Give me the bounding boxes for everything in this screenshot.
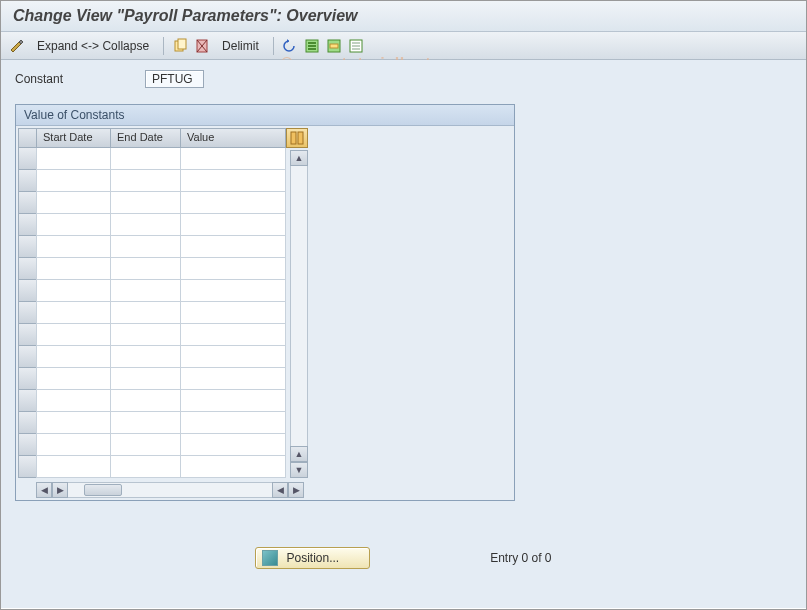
toggle-change-icon[interactable] (9, 38, 25, 54)
cell-end_date[interactable] (110, 258, 180, 280)
cell-start_date[interactable] (36, 302, 110, 324)
cell-value[interactable] (180, 148, 286, 170)
scroll-left-step-icon[interactable]: ▶ (52, 482, 68, 498)
cell-value[interactable] (180, 192, 286, 214)
cell-value[interactable] (180, 258, 286, 280)
horizontal-scrollbar[interactable]: ◀ ▶ ◀ ▶ (36, 482, 304, 498)
row-selector[interactable] (18, 192, 36, 214)
scroll-track[interactable] (290, 166, 308, 446)
constant-value[interactable]: PFTUG (145, 70, 204, 88)
copy-icon[interactable] (172, 38, 188, 54)
cell-value[interactable] (180, 214, 286, 236)
svg-rect-1 (178, 39, 186, 49)
expand-collapse-button[interactable]: Expand <-> Collapse (31, 39, 155, 53)
row-selector[interactable] (18, 324, 36, 346)
cell-value[interactable] (180, 170, 286, 192)
cell-end_date[interactable] (110, 390, 180, 412)
col-header-value[interactable]: Value (180, 128, 286, 148)
cell-end_date[interactable] (110, 346, 180, 368)
col-header-start-date[interactable]: Start Date (36, 128, 110, 148)
configure-column-icon[interactable] (286, 128, 308, 148)
table-row (36, 368, 286, 390)
cell-end_date[interactable] (110, 368, 180, 390)
cell-value[interactable] (180, 346, 286, 368)
row-selector[interactable] (18, 434, 36, 456)
cell-end_date[interactable] (110, 434, 180, 456)
deselect-all-icon[interactable] (348, 38, 364, 54)
scroll-left-icon[interactable]: ◀ (36, 482, 52, 498)
cell-start_date[interactable] (36, 170, 110, 192)
select-all-icon[interactable] (304, 38, 320, 54)
undo-icon[interactable] (282, 38, 298, 54)
col-header-end-date[interactable]: End Date (110, 128, 180, 148)
svg-rect-8 (308, 48, 316, 50)
cell-start_date[interactable] (36, 192, 110, 214)
table-row (36, 280, 286, 302)
row-selector[interactable] (18, 214, 36, 236)
svg-rect-13 (352, 45, 360, 47)
hscroll-thumb[interactable] (84, 484, 122, 496)
cell-start_date[interactable] (36, 280, 110, 302)
scroll-down-end-icon[interactable]: ▼ (290, 462, 308, 478)
row-selector[interactable] (18, 236, 36, 258)
row-selector-column (18, 128, 36, 478)
cell-value[interactable] (180, 302, 286, 324)
app-window: Change View "Payroll Parameters": Overvi… (0, 0, 807, 610)
cell-end_date[interactable] (110, 280, 180, 302)
cell-start_date[interactable] (36, 148, 110, 170)
cell-end_date[interactable] (110, 456, 180, 478)
cell-value[interactable] (180, 434, 286, 456)
cell-start_date[interactable] (36, 346, 110, 368)
delimit-button[interactable]: Delimit (216, 39, 265, 53)
table-row (36, 148, 286, 170)
row-selector[interactable] (18, 368, 36, 390)
row-selector[interactable] (18, 170, 36, 192)
cell-end_date[interactable] (110, 324, 180, 346)
cell-end_date[interactable] (110, 412, 180, 434)
row-selector[interactable] (18, 148, 36, 170)
cell-value[interactable] (180, 280, 286, 302)
select-block-icon[interactable] (326, 38, 342, 54)
position-button[interactable]: Position... (255, 547, 370, 569)
scroll-down-icon[interactable]: ▲ (290, 446, 308, 462)
cell-end_date[interactable] (110, 302, 180, 324)
row-selector[interactable] (18, 456, 36, 478)
delete-icon[interactable] (194, 38, 210, 54)
row-selector[interactable] (18, 280, 36, 302)
vertical-scrollbar[interactable]: ▲ ▲ ▼ (290, 128, 308, 478)
table-row (36, 170, 286, 192)
cell-start_date[interactable] (36, 214, 110, 236)
scroll-up-icon[interactable]: ▲ (290, 150, 308, 166)
row-selector[interactable] (18, 258, 36, 280)
cell-end_date[interactable] (110, 170, 180, 192)
cell-end_date[interactable] (110, 236, 180, 258)
scroll-right-step-icon[interactable]: ◀ (272, 482, 288, 498)
cell-start_date[interactable] (36, 258, 110, 280)
cell-end_date[interactable] (110, 192, 180, 214)
row-selector[interactable] (18, 412, 36, 434)
cell-end_date[interactable] (110, 214, 180, 236)
row-selector-header[interactable] (18, 128, 36, 148)
cell-start_date[interactable] (36, 412, 110, 434)
row-selector[interactable] (18, 302, 36, 324)
cell-end_date[interactable] (110, 148, 180, 170)
cell-start_date[interactable] (36, 368, 110, 390)
row-selector[interactable] (18, 390, 36, 412)
row-selector[interactable] (18, 346, 36, 368)
hscroll-track[interactable] (68, 482, 272, 498)
cell-value[interactable] (180, 236, 286, 258)
cell-start_date[interactable] (36, 456, 110, 478)
cell-start_date[interactable] (36, 390, 110, 412)
cell-start_date[interactable] (36, 236, 110, 258)
cell-start_date[interactable] (36, 324, 110, 346)
cell-value[interactable] (180, 368, 286, 390)
cell-start_date[interactable] (36, 434, 110, 456)
table-row (36, 214, 286, 236)
cell-value[interactable] (180, 324, 286, 346)
horizontal-scrollbar-row: ◀ ▶ ◀ ▶ (16, 480, 514, 500)
cell-value[interactable] (180, 456, 286, 478)
cell-value[interactable] (180, 390, 286, 412)
cell-value[interactable] (180, 412, 286, 434)
scroll-right-icon[interactable]: ▶ (288, 482, 304, 498)
table-row (36, 412, 286, 434)
